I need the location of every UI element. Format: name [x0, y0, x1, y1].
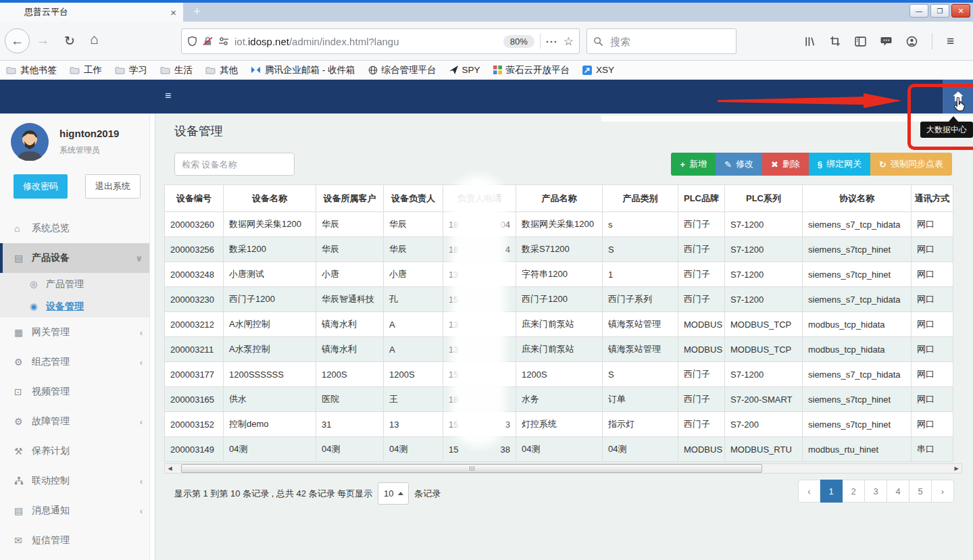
restore-button[interactable]: ❐ — [930, 4, 949, 18]
sidebar-item-短信管理[interactable]: ✉短信管理 — [0, 526, 155, 555]
bookmark-item[interactable]: SPY — [449, 65, 480, 75]
table-cell: A水闸控制 — [224, 312, 316, 337]
sidebar-item-联动控制[interactable]: 联动控制‹ — [0, 466, 155, 496]
shield-icon[interactable] — [187, 36, 197, 47]
sidebar-item-视频管理[interactable]: ⊡视频管理 — [0, 377, 155, 407]
table-row[interactable]: 200003152控制demo3113153灯控系统指示灯西门子S7-200si… — [165, 412, 953, 437]
reload-button[interactable]: ↻ — [64, 33, 75, 49]
column-header[interactable]: PLC品牌 — [678, 185, 725, 212]
url-bar[interactable]: iot.idosp.net/admin/index.html?langu 80%… — [181, 28, 580, 54]
library-icon[interactable] — [804, 36, 816, 47]
scrollbar-thumb[interactable] — [181, 464, 762, 473]
table-row[interactable]: 200003212A水闸控制镇海水利A13庶来门前泵站镇海泵站管理MODBUSM… — [165, 312, 953, 337]
table-row[interactable]: 200003165供水医院王18水务订单西门子S7-200-SMARTsieme… — [165, 387, 953, 412]
table-row[interactable]: 2000031771200SSSSSS1200S1200S151200SS西门子… — [165, 362, 953, 387]
change-password-button[interactable]: 修改密码 — [14, 174, 68, 199]
lock-insecure-icon[interactable] — [203, 36, 213, 47]
bookmark-item[interactable]: 其他 — [205, 64, 238, 76]
bookmark-item[interactable]: 腾讯企业邮箱 - 收件箱 — [251, 64, 355, 76]
sidebar-item-产品设备[interactable]: ▤产品设备∨ — [0, 243, 155, 273]
bookmark-item[interactable]: 工作 — [70, 64, 102, 76]
page-size-select[interactable]: 10 — [378, 482, 409, 505]
column-header[interactable]: 设备名称 — [224, 185, 316, 212]
pager-page-4[interactable]: 4 — [887, 480, 909, 503]
table-cell: 西门子1200 — [224, 287, 316, 312]
browser-search-bar[interactable] — [587, 28, 737, 54]
bookmark-label: 腾讯企业邮箱 - 收件箱 — [265, 64, 355, 76]
column-header[interactable]: 产品名称 — [516, 185, 603, 212]
pager-page-5[interactable]: 5 — [909, 480, 932, 503]
sidebar-item-系统总览[interactable]: ⌂系统总览 — [0, 213, 155, 243]
table-row[interactable]: 200003260数据网关采集1200华辰华辰1804数据网关采集1200s西门… — [165, 212, 953, 237]
table-cell: MODBUS — [678, 437, 725, 462]
column-header[interactable]: 设备编号 — [165, 185, 224, 212]
search-input[interactable] — [609, 35, 710, 48]
sidebar-item-消息通知[interactable]: ▤消息通知‹ — [0, 496, 155, 526]
menu-icon[interactable]: ≡ — [947, 34, 954, 49]
toolbar-button-新增[interactable]: +新增 — [671, 153, 716, 176]
sidebar-subitem-产品管理[interactable]: ◎产品管理 — [0, 273, 155, 295]
bookmark-item[interactable]: 萤石云开放平台 — [493, 64, 570, 76]
table-cell: 200003149 — [165, 437, 224, 462]
bookmark-item[interactable]: 其他书签 — [6, 64, 57, 76]
table-cell: 庶来门前泵站 — [516, 337, 603, 362]
zoom-level-badge[interactable]: 80% — [503, 35, 534, 48]
sidebar-item-故障管理[interactable]: ⚙故障管理‹ — [0, 407, 155, 436]
device-search-input[interactable] — [174, 153, 295, 176]
bookmark-item[interactable]: XSY — [582, 65, 614, 75]
url-text[interactable]: iot.idosp.net/admin/index.html?langu — [234, 36, 498, 47]
column-header[interactable]: 产品类别 — [603, 185, 678, 212]
sidebar-item-label: 故障管理 — [32, 415, 70, 428]
table-cell: S7-200 — [725, 412, 803, 437]
toolbar-button-修改[interactable]: ✎修改 — [716, 153, 762, 176]
sidebar-item-partial[interactable]: ▦ — [0, 555, 155, 560]
table-row[interactable]: 200003256数采1200华辰华辰184数采S71200S西门子S7-120… — [165, 237, 953, 262]
pager-next[interactable]: › — [932, 480, 954, 503]
sidebar-toggle-icon[interactable]: ≡ — [165, 90, 171, 102]
pager-page-1[interactable]: 1 — [820, 480, 843, 503]
back-button[interactable]: ← — [5, 28, 30, 53]
tab-close-icon[interactable]: × — [170, 7, 176, 18]
pager-page-3[interactable]: 3 — [865, 480, 887, 503]
sidebar-item-保养计划[interactable]: ⚒保养计划 — [0, 436, 155, 466]
toolbar-button-强制同步点表[interactable]: ↻强制同步点表 — [870, 153, 952, 176]
column-header[interactable]: 设备负责人 — [384, 185, 443, 212]
scroll-right-arrow[interactable]: ▶ — [951, 464, 962, 473]
browser-tab[interactable]: 思普云平台 × — [0, 3, 184, 22]
column-header[interactable]: PLC系列 — [725, 185, 803, 212]
toolbar-button-删除[interactable]: ✖删除 — [762, 153, 809, 176]
sidebar-item-组态管理[interactable]: ⚙组态管理‹ — [0, 347, 155, 377]
bookmark-item[interactable]: 生活 — [160, 64, 193, 76]
minimize-button[interactable]: — — [909, 4, 928, 18]
table-row[interactable]: 200003211A水泵控制镇海水利A13庶来门前泵站镇海泵站管理MODBUSM… — [165, 337, 953, 362]
toolbar-button-绑定网关[interactable]: §绑定网关 — [809, 153, 870, 176]
pocket-messages-icon[interactable] — [880, 36, 892, 47]
horizontal-scrollbar[interactable]: ◀ ▶ — [164, 463, 962, 474]
permissions-icon[interactable] — [218, 36, 229, 46]
bookmark-item[interactable]: 学习 — [115, 64, 147, 76]
close-button[interactable]: ✕ — [951, 4, 970, 18]
column-header[interactable]: 通讯方式 — [912, 185, 953, 212]
pager-prev[interactable]: ‹ — [798, 480, 820, 503]
sidebar-item-网关管理[interactable]: ▦网关管理‹ — [0, 317, 155, 347]
sidebar-subitem-设备管理[interactable]: ◉设备管理 — [0, 295, 155, 317]
new-tab-button[interactable]: + — [193, 4, 201, 19]
column-header[interactable]: 协议名称 — [803, 185, 912, 212]
bookmark-item[interactable]: 综合管理平台 — [368, 64, 436, 76]
sidebars-icon[interactable] — [855, 36, 866, 47]
avatar — [11, 123, 49, 161]
home-button[interactable]: ⌂ — [90, 31, 99, 47]
table-row[interactable]: 200003248小唐测试小唐小唐13字符串12001西门子S7-1200sie… — [165, 262, 953, 287]
table-row[interactable]: 200003230西门子1200华辰智通科技孔15西门子1200西门子系列西门子… — [165, 287, 953, 312]
screenshot-icon[interactable] — [830, 36, 841, 47]
bookmark-label: 萤石云开放平台 — [506, 64, 570, 76]
pager-page-2[interactable]: 2 — [843, 480, 865, 503]
table-row[interactable]: 20000314904测04测04测153804测04测MODBUSMODBUS… — [165, 437, 953, 462]
bookmark-star-icon[interactable]: ☆ — [564, 34, 574, 49]
column-header[interactable]: 设备所属客户 — [316, 185, 384, 212]
page-actions-icon[interactable]: ··· — [546, 36, 558, 47]
logout-button[interactable]: 退出系统 — [85, 174, 141, 199]
account-icon[interactable] — [906, 36, 918, 47]
scroll-left-arrow[interactable]: ◀ — [165, 464, 175, 473]
forward-button[interactable]: → — [36, 33, 49, 48]
